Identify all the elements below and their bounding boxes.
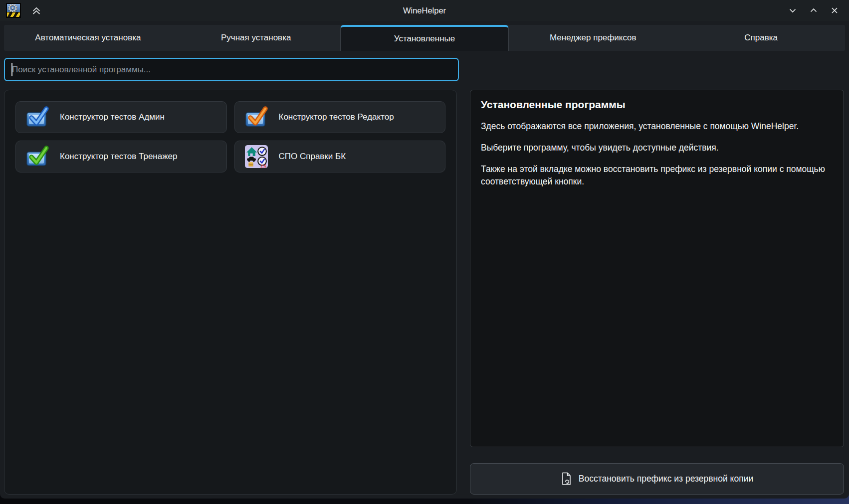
shade-window-button[interactable]: [29, 3, 44, 18]
checkboard-blue-icon: [25, 106, 50, 129]
close-icon: [829, 5, 840, 16]
chevron-up-icon: [808, 5, 819, 16]
restore-prefix-button[interactable]: Восстановить префикс из резервной копии: [470, 463, 844, 495]
tab-bar: Автоматическая установкаРучная установка…: [4, 25, 845, 51]
window-controls: [784, 2, 843, 19]
search-wrap: [4, 58, 459, 81]
program-card[interactable]: 2.5СПО Справки БК: [234, 141, 446, 172]
restore-document-icon: [561, 472, 572, 486]
text-caret: [11, 63, 12, 76]
winehelper-window: ⚙ WineHelper: [0, 0, 849, 499]
maximize-button[interactable]: [805, 2, 822, 19]
info-paragraphs: Здесь отображаются все приложения, устан…: [481, 120, 833, 187]
tab-manual-install[interactable]: Ручная установка: [172, 25, 340, 51]
search-input[interactable]: [4, 58, 459, 81]
main-columns: Конструктор тестов АдминКонструктор тест…: [4, 90, 844, 495]
right-column: Установленные программы Здесь отображают…: [470, 90, 844, 495]
info-paragraph: Здесь отображаются все приложения, устан…: [481, 120, 833, 133]
titlebar: ⚙ WineHelper: [0, 0, 849, 21]
double-chevron-up-icon: [30, 4, 43, 17]
program-card[interactable]: Конструктор тестов Редактор: [234, 101, 446, 133]
chevron-down-icon: [787, 5, 798, 16]
program-card[interactable]: Конструктор тестов Админ: [15, 101, 227, 133]
winehelper-app-icon: ⚙: [6, 3, 21, 18]
checkboard-green-icon: [25, 145, 50, 168]
minimize-button[interactable]: [784, 2, 801, 19]
program-list-panel: Конструктор тестов АдминКонструктор тест…: [4, 90, 457, 495]
program-card[interactable]: Конструктор тестов Тренажер: [15, 141, 227, 172]
tab-prefix-manager[interactable]: Менеджер префиксов: [509, 25, 677, 51]
info-heading: Установленные программы: [481, 99, 833, 111]
tab-installed[interactable]: Установленные: [340, 25, 509, 51]
tab-help[interactable]: Справка: [677, 25, 845, 51]
window-title: WineHelper: [0, 6, 849, 15]
hazard-stripes-icon: [7, 12, 20, 17]
program-label: СПО Справки БК: [279, 152, 346, 162]
svg-text:2.5: 2.5: [260, 164, 266, 168]
info-panel: Установленные программы Здесь отображают…: [470, 90, 844, 447]
program-label: Конструктор тестов Тренажер: [60, 152, 177, 162]
spravki-bk-icon: 2.5: [244, 145, 269, 168]
restore-button-label: Восстановить префикс из резервной копии: [579, 474, 753, 484]
close-button[interactable]: [826, 2, 843, 19]
info-paragraph: Выберите программу, чтобы увидеть доступ…: [481, 142, 833, 154]
content-area: Конструктор тестов АдминКонструктор тест…: [0, 51, 849, 499]
info-paragraph: Также на этой вкладке можно восстановить…: [481, 163, 833, 188]
program-label: Конструктор тестов Редактор: [279, 112, 394, 122]
checkboard-orange-icon: [244, 106, 269, 129]
program-label: Конструктор тестов Админ: [60, 112, 165, 122]
desktop-taskbar-strip: [0, 499, 849, 504]
tab-auto-install[interactable]: Автоматическая установка: [4, 25, 172, 51]
